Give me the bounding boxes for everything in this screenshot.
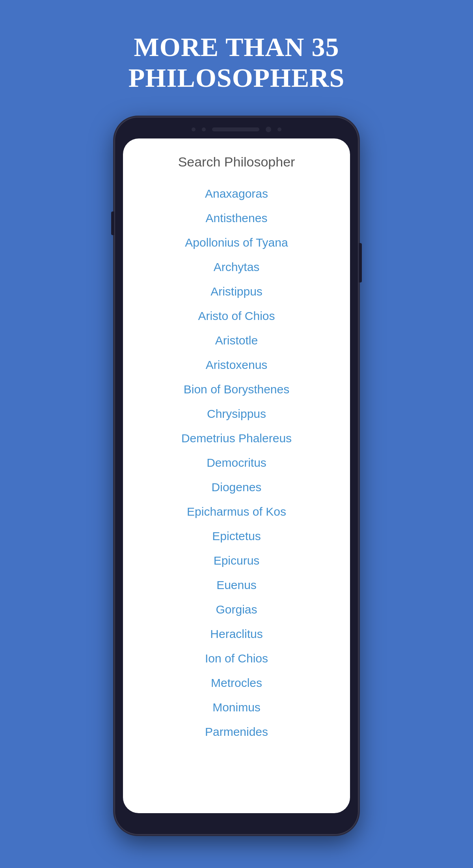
phone-screen: Search Philosopher AnaxagorasAntisthenes… bbox=[123, 138, 350, 813]
phone-camera bbox=[266, 127, 271, 132]
phone-top-bar bbox=[169, 124, 304, 135]
philosopher-item[interactable]: Anaxagoras bbox=[123, 181, 350, 206]
phone-volume-button bbox=[111, 211, 114, 235]
philosopher-item[interactable]: Aristippus bbox=[123, 279, 350, 304]
search-header: Search Philosopher bbox=[123, 138, 350, 178]
philosopher-item[interactable]: Parmenides bbox=[123, 720, 350, 744]
philosopher-item[interactable]: Aristoxenus bbox=[123, 353, 350, 377]
philosopher-item[interactable]: Epictetus bbox=[123, 524, 350, 548]
philosopher-item[interactable]: Aristo of Chios bbox=[123, 304, 350, 328]
phone-dot-1 bbox=[192, 127, 196, 131]
philosopher-item[interactable]: Apollonius of Tyana bbox=[123, 230, 350, 255]
philosopher-item[interactable]: Heraclitus bbox=[123, 622, 350, 646]
phone-dot-2 bbox=[202, 127, 206, 131]
philosopher-item[interactable]: Bion of Borysthenes bbox=[123, 377, 350, 402]
philosopher-item[interactable]: Metrocles bbox=[123, 671, 350, 695]
search-title: Search Philosopher bbox=[178, 154, 295, 169]
philosopher-item[interactable]: Demetrius Phalereus bbox=[123, 426, 350, 451]
philosopher-item[interactable]: Diogenes bbox=[123, 475, 350, 499]
phone-power-button bbox=[359, 243, 362, 282]
philosopher-item[interactable]: Euenus bbox=[123, 573, 350, 597]
phone-frame: Search Philosopher AnaxagorasAntisthenes… bbox=[114, 117, 359, 835]
philosopher-item[interactable]: Antisthenes bbox=[123, 206, 350, 230]
phone-dot-3 bbox=[277, 127, 281, 131]
phone-speaker bbox=[212, 127, 259, 131]
philosopher-item[interactable]: Chrysippus bbox=[123, 402, 350, 426]
philosopher-item[interactable]: Democritus bbox=[123, 451, 350, 475]
philosopher-item[interactable]: Monimus bbox=[123, 695, 350, 720]
philosopher-item[interactable]: Gorgias bbox=[123, 597, 350, 622]
philosopher-item[interactable]: Aristotle bbox=[123, 328, 350, 353]
philosopher-item[interactable]: Archytas bbox=[123, 255, 350, 279]
philosophers-list: AnaxagorasAntisthenesApollonius of Tyana… bbox=[123, 178, 350, 756]
phone-device: Search Philosopher AnaxagorasAntisthenes… bbox=[114, 117, 359, 835]
philosopher-item[interactable]: Ion of Chios bbox=[123, 646, 350, 671]
philosopher-item[interactable]: Epicharmus of Kos bbox=[123, 499, 350, 524]
philosopher-item[interactable]: Epicurus bbox=[123, 548, 350, 573]
page-title: MORE THAN 35 PHILOSOPHERS bbox=[99, 32, 374, 93]
